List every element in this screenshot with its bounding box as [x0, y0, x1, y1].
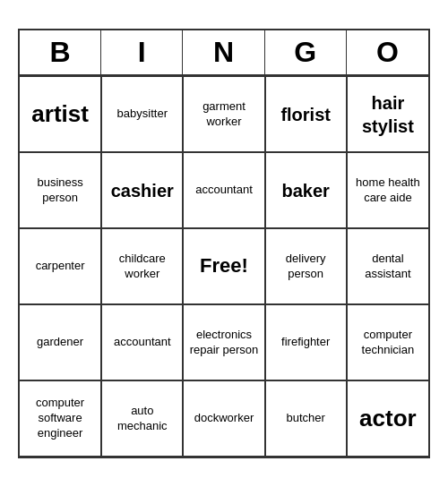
bingo-cell: hair stylist — [347, 76, 428, 152]
bingo-header: BINGO — [20, 30, 428, 76]
header-letter: B — [20, 30, 101, 74]
bingo-cell: computer technician — [347, 304, 428, 380]
bingo-cell: garment worker — [183, 76, 264, 152]
bingo-cell: babysitter — [101, 76, 183, 152]
bingo-cell: business person — [20, 152, 101, 228]
bingo-cell: artist — [20, 76, 101, 152]
bingo-card: BINGO artistbabysittergarment workerflor… — [18, 29, 430, 458]
header-letter: O — [347, 30, 428, 74]
bingo-cell: gardener — [20, 304, 101, 380]
bingo-cell: electronics repair person — [183, 304, 264, 380]
bingo-grid: artistbabysittergarment workerfloristhai… — [20, 76, 428, 457]
bingo-cell: firefighter — [265, 304, 347, 380]
header-letter: I — [101, 30, 183, 74]
header-letter: N — [183, 30, 264, 74]
bingo-cell: childcare worker — [101, 228, 183, 304]
bingo-cell: cashier — [101, 152, 183, 228]
bingo-cell: Free! — [183, 228, 264, 304]
bingo-cell: butcher — [265, 380, 347, 457]
bingo-cell: home health care aide — [347, 152, 428, 228]
bingo-cell: baker — [265, 152, 347, 228]
bingo-cell: dental assistant — [347, 228, 428, 304]
bingo-cell: accountant — [183, 152, 264, 228]
header-letter: G — [265, 30, 347, 74]
bingo-cell: delivery person — [265, 228, 347, 304]
bingo-cell: accountant — [101, 304, 183, 380]
bingo-cell: florist — [265, 76, 347, 152]
bingo-cell: actor — [347, 380, 428, 457]
bingo-cell: computer software engineer — [20, 380, 101, 457]
bingo-cell: auto mechanic — [101, 380, 183, 457]
bingo-cell: carpenter — [20, 228, 101, 304]
bingo-cell: dockworker — [183, 380, 264, 457]
